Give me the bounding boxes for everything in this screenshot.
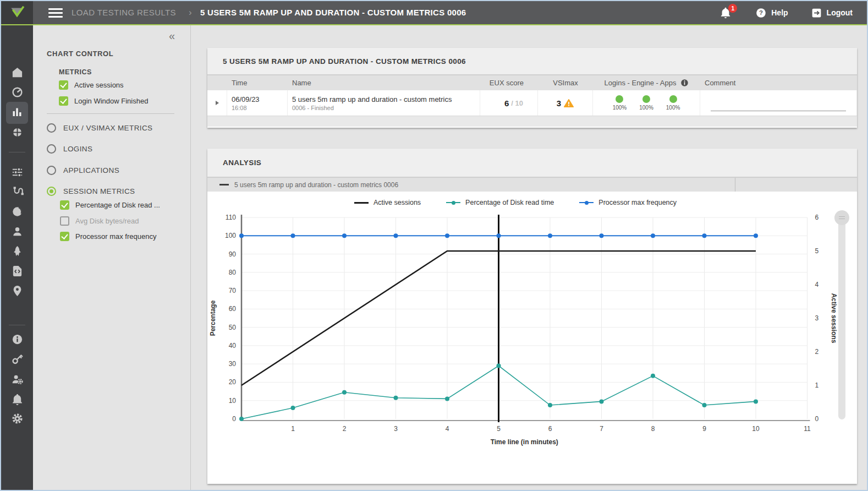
y-axis-tick-right: 2 [815,348,819,356]
series-point [445,396,449,401]
radio-session-metrics[interactable]: SESSION METRICS [47,187,135,196]
nav-locations-globe[interactable] [1,201,33,221]
code-file-icon [11,265,24,277]
column-header-logins: Logins - Engine - Apps [593,79,700,87]
apps-icon [11,126,24,139]
nav-user-management[interactable] [1,369,33,389]
checkbox-active-sessions[interactable]: Active sessions [59,80,124,90]
series-point [239,233,244,238]
checkbox-avg-disk-bytes-read[interactable]: Avg Disk bytes/read [60,216,139,226]
apps-status-dot [669,95,677,103]
series-point [702,233,707,238]
legend-label: Processor max frequency [598,199,677,206]
chart-range-slider-track[interactable] [838,217,845,419]
checkbox-login-window-finished[interactable]: Login Window Finished [59,96,148,106]
y-axis-tick-left: 80 [229,269,237,276]
radio-unselected-icon [47,144,56,154]
nav-settings[interactable] [1,408,33,428]
left-nav-sidebar [1,25,33,491]
comment-field[interactable] [711,95,847,111]
series-bar-right-section [735,178,857,192]
breadcrumb[interactable]: LOAD TESTING RESULTS [72,8,176,17]
table-row[interactable]: 06/09/23 16:08 5 users 5m ramp up and du… [207,90,857,116]
chart-control-title: CHART CONTROL [47,50,113,58]
app-logo[interactable] [1,1,33,24]
nav-home[interactable] [1,62,33,82]
location-pin-icon [11,285,24,297]
logout-icon [811,7,822,19]
checkbox-checked-icon [59,96,68,106]
radio-eux-vsimax-metrics[interactable]: EUX / VSIMAX METRICS [47,123,153,133]
nav-applications[interactable] [1,122,33,142]
series-point [702,403,707,407]
analysis-panel: ANALYSIS 5 users 5m ramp up and duration… [207,149,857,484]
column-header-eux-score: EUX score [480,79,538,87]
x-axis-tick: 8 [651,425,655,433]
nav-load-testing-results[interactable] [1,102,33,122]
collapse-panel-button[interactable]: « [169,30,175,42]
series-point [497,364,501,368]
y-axis-tick-left: 10 [229,397,237,405]
chart-legend: Active sessionsPercentage of Disk read t… [207,199,823,206]
logout-button[interactable]: Logout [800,1,864,24]
menu-icon[interactable] [48,8,63,18]
checkbox-processor-max-frequency[interactable]: Processor max frequency [60,232,156,241]
checkbox-percentage-disk-read[interactable]: Percentage of Disk read ... [60,200,160,210]
y-axis-tick-left: 0 [232,415,236,423]
sliders-icon [11,166,24,178]
y-axis-tick-right: 4 [815,281,819,288]
nav-users[interactable] [1,221,33,241]
nav-dashboard[interactable] [1,82,33,102]
notification-badge: 1 [728,4,737,13]
checkbox-label: Processor max frequency [75,232,156,241]
y-axis-tick-left: 50 [229,324,237,331]
nav-alerts[interactable] [1,389,33,409]
x-axis-tick: 9 [702,425,706,433]
user-icon [11,225,24,238]
checkbox-label: Percentage of Disk read ... [75,201,160,209]
table-header-row: Time Name EUX score VSImax Logins - Engi… [207,75,857,90]
radio-label: APPLICATIONS [63,166,119,174]
vsimax-value: 3 [557,99,561,108]
checkbox-label: Avg Disk bytes/read [75,217,139,225]
notifications-button[interactable]: 1 [707,1,744,24]
info-icon[interactable] [680,79,689,87]
x-axis-tick: 7 [600,425,603,433]
radio-applications[interactable]: APPLICATIONS [47,166,119,175]
chart-range-slider-handle-top[interactable] [834,210,849,225]
nav-scripts[interactable] [1,261,33,281]
radio-label: LOGINS [63,145,92,153]
help-label: Help [771,8,788,17]
engine-percent: 100% [639,105,653,111]
radio-label: EUX / VSIMAX METRICS [63,124,153,132]
expand-row-icon[interactable] [216,101,219,105]
y-axis-tick-right: 5 [815,247,819,255]
nav-tests-rocket[interactable] [1,241,33,261]
x-axis-title: Time line (in minutes) [491,438,558,446]
nav-locations-pin[interactable] [1,281,33,301]
y-axis-tick-left: 110 [226,214,236,221]
series-selector-bar[interactable]: 5 users 5m ramp up and duration - custom… [207,178,857,192]
legend-item[interactable]: Percentage of Disk read time [446,199,554,206]
legend-item[interactable]: Active sessions [354,199,421,206]
table-footer-strip [207,116,857,127]
help-button[interactable]: ? Help [744,1,799,24]
nav-access-keys[interactable] [1,349,33,369]
bar-chart-icon [10,105,24,118]
checkbox-unchecked-icon [60,216,69,226]
nav-tune[interactable] [1,162,33,182]
logins-percent: 100% [613,105,627,111]
chart-area: Active sessionsPercentage of Disk read t… [207,192,857,484]
cable-icon [11,186,24,198]
y-axis-tick-right: 3 [815,314,819,322]
series-point [342,390,347,395]
nav-info[interactable] [1,329,33,349]
nav-connections[interactable] [1,182,33,201]
legend-item[interactable]: Processor max frequency [579,199,677,206]
radio-logins[interactable]: LOGINS [47,144,92,154]
info-icon [11,333,24,346]
rocket-icon [11,245,24,258]
y-axis-tick-left: 100 [225,232,236,239]
logins-status-dot [616,95,623,103]
series-point [754,399,758,403]
